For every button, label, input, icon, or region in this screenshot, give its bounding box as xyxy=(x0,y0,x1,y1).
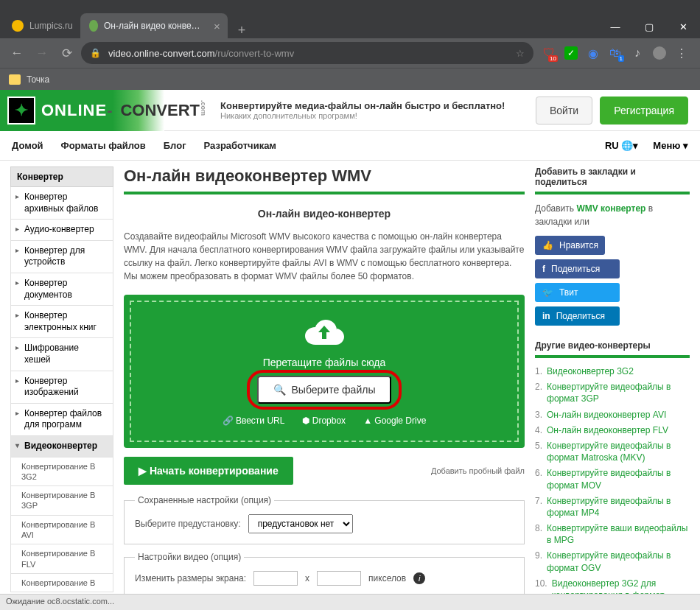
minimize-button[interactable]: — xyxy=(598,15,632,38)
lock-icon: 🔒 xyxy=(90,48,101,58)
browser-tab-active[interactable]: Он-лайн видео конвертер WMV × xyxy=(80,13,228,38)
facebook-share-button[interactable]: f Поделиться xyxy=(535,259,620,278)
trial-file-link[interactable]: Добавить пробный файл xyxy=(431,466,525,475)
menu-toggle[interactable]: Меню ▾ xyxy=(653,140,688,151)
extension-icon[interactable]: 🛍1 xyxy=(609,46,622,60)
sidebar-item[interactable]: Конвертер архивных файлов xyxy=(10,187,113,220)
converter-link[interactable]: Видеоконвертер 3G2 для конвертирования в… xyxy=(552,578,690,594)
sidebar-subitem[interactable]: Конвертирование В 3G2 xyxy=(10,458,113,487)
converter-link[interactable]: Он-лайн видеоконвертер AVI xyxy=(547,409,666,421)
converter-link[interactable]: Конвертируйте видеофайлы в формат 3GP xyxy=(547,381,690,404)
twitter-share-button[interactable]: 🐦 Твит xyxy=(535,283,620,302)
tagline: Конвертируйте медиа-файлы он-лайн быстро… xyxy=(220,100,505,111)
sidebar-item[interactable]: Шифрование хешей xyxy=(10,338,113,371)
highlight-ring xyxy=(247,370,402,410)
reload-button[interactable]: ⟳ xyxy=(56,42,78,64)
height-input[interactable] xyxy=(317,571,361,586)
source-url[interactable]: 🔗 Ввести URL xyxy=(223,416,285,426)
start-convert-button[interactable]: ▶ Начать конвертирование xyxy=(124,457,293,485)
tab-title: Lumpics.ru xyxy=(29,21,73,31)
maximize-button[interactable]: ▢ xyxy=(632,15,666,38)
converter-link[interactable]: Конвертируйте видеофайлы в формат MP4 xyxy=(547,495,690,519)
converter-link[interactable]: Конвертируйте видеофайлы в формат OGV xyxy=(547,550,690,573)
address-bar: ← → ⟳ 🔒 video.online-convert.com/ru/conv… xyxy=(0,38,700,68)
sidebar-item[interactable]: Конвертер файлов для программ xyxy=(10,404,113,436)
bookmark-text: Добавить WMV конвертер в закладки или xyxy=(535,202,690,228)
nav-developers[interactable]: Разработчикам xyxy=(204,140,276,151)
sidebar-item-active[interactable]: Видеоконвертер xyxy=(10,436,113,458)
sidebar-subitem[interactable]: Конвертирование В 3GP xyxy=(10,486,113,516)
converter-link[interactable]: Конвертируйте ваши видеофайлы в MPG xyxy=(547,522,690,546)
language-selector[interactable]: RU 🌐▾ xyxy=(605,140,638,151)
url-field[interactable]: 🔒 video.online-convert.com/ru/convert-to… xyxy=(81,42,533,64)
page-title: Он-лайн видеоконвертер WMV xyxy=(124,166,525,194)
description: Создавайте видеофайлы Microsoft WMV высо… xyxy=(124,230,525,283)
sidebar-item[interactable]: Аудио-конвертер xyxy=(10,220,113,241)
extension-icon[interactable]: ✓ xyxy=(564,46,578,60)
like-button[interactable]: 👍 Нравится xyxy=(535,236,605,255)
preset-label: Выберите предустановку: xyxy=(135,519,241,529)
source-gdrive[interactable]: ▲ Google Drive xyxy=(363,416,426,426)
close-button[interactable]: ✕ xyxy=(666,15,700,38)
info-icon[interactable]: i xyxy=(413,572,425,584)
tagline-sub: Никаких дополнительных программ! xyxy=(220,111,505,120)
favicon-icon xyxy=(89,20,98,32)
resize-label: Изменить размеры экрана: xyxy=(135,573,246,583)
tab-title: Он-лайн видео конвертер WMV xyxy=(104,21,203,31)
nav-blog[interactable]: Блог xyxy=(164,140,186,151)
star-icon[interactable]: ☆ xyxy=(516,48,525,59)
source-dropbox[interactable]: ⬢ Dropbox xyxy=(302,416,346,426)
preset-select[interactable]: предустановок нет xyxy=(248,514,353,533)
sidebar: Конвертер Конвертер архивных файлов Ауди… xyxy=(10,166,113,594)
bookmarks-bar: Точка xyxy=(0,68,700,90)
cloud-upload-icon xyxy=(304,317,344,346)
url-host: video.online-convert.com xyxy=(108,48,215,59)
profile-avatar[interactable] xyxy=(653,46,666,60)
menu-icon[interactable]: ⋮ xyxy=(675,46,688,60)
sidebar-subitem[interactable]: Конвертирование В xyxy=(10,574,113,592)
nav-formats[interactable]: Форматы файлов xyxy=(61,140,146,151)
dropzone[interactable]: Перетащите файлы сюда 🔍 Выберите файлы 🔗… xyxy=(124,295,525,448)
converter-link[interactable]: Конвертируйте видеофайлы в формат MOV xyxy=(547,467,690,491)
status-bar: Ожидание oc8.ocstatic.com... xyxy=(0,594,700,610)
video-settings-fieldset: Настройки видео (опция) Изменить размеры… xyxy=(124,552,525,594)
url-path: /ru/convert-to-wmv xyxy=(215,48,295,59)
close-icon[interactable]: × xyxy=(214,20,220,32)
bookmark-item[interactable]: Точка xyxy=(27,74,49,85)
extension-icon[interactable]: 🛡10 xyxy=(542,46,556,60)
converter-link[interactable]: Он-лайн видеоконвертер FLV xyxy=(547,424,668,436)
login-button[interactable]: Войти xyxy=(536,97,592,125)
bookmark-box-header: Добавить в закладки и поделиться xyxy=(535,166,690,194)
forward-button[interactable]: → xyxy=(31,42,53,64)
converter-link[interactable]: Видеоконвертер 3G2 xyxy=(547,365,634,377)
other-converters-header: Другие видео-конвертеры xyxy=(535,340,690,358)
sidebar-item[interactable]: Конвертер электронных книг xyxy=(10,306,113,338)
browser-tab-inactive[interactable]: Lumpics.ru xyxy=(3,13,80,38)
width-input[interactable] xyxy=(253,571,298,586)
converter-link[interactable]: Конвертируйте видеофайлы в формат Matros… xyxy=(547,440,690,463)
sidebar-item[interactable]: Конвертер документов xyxy=(10,273,113,306)
sidebar-subitem[interactable]: Конвертирование В AVI xyxy=(10,516,113,545)
register-button[interactable]: Регистрация xyxy=(600,97,688,125)
extension-icon[interactable]: ♪ xyxy=(631,46,644,60)
sidebar-subitem[interactable]: Конвертирование В FLV xyxy=(10,544,113,574)
favicon-icon xyxy=(12,20,24,32)
wmv-converter-link[interactable]: WMV конвертер xyxy=(576,203,645,214)
linkedin-share-button[interactable]: in Поделиться xyxy=(535,306,620,326)
converter-list: 1.Видеоконвертер 3G2 2.Конвертируйте вид… xyxy=(535,365,690,594)
sidebar-item[interactable]: Конвертер изображений xyxy=(10,371,113,404)
extension-icon[interactable]: ◉ xyxy=(587,46,600,60)
new-tab-button[interactable]: + xyxy=(228,23,256,38)
logo-text: CONVERT.com xyxy=(120,100,207,120)
back-button[interactable]: ← xyxy=(6,42,28,64)
folder-icon xyxy=(9,74,21,85)
sidebar-header: Конвертер xyxy=(10,166,113,187)
nav-home[interactable]: Домой xyxy=(12,140,43,151)
main-nav: Домой Форматы файлов Блог Разработчикам … xyxy=(0,131,700,161)
logo-icon: ✦ xyxy=(7,97,35,125)
sidebar-item[interactable]: Конвертер для устройств xyxy=(10,241,113,273)
logo[interactable]: ✦ ONLINE- xyxy=(0,90,113,131)
subtitle: Он-лайн видео-конвертер xyxy=(124,208,525,220)
drop-label: Перетащите файлы сюда xyxy=(139,357,510,368)
window-titlebar: Lumpics.ru Он-лайн видео конвертер WMV ×… xyxy=(0,0,700,38)
